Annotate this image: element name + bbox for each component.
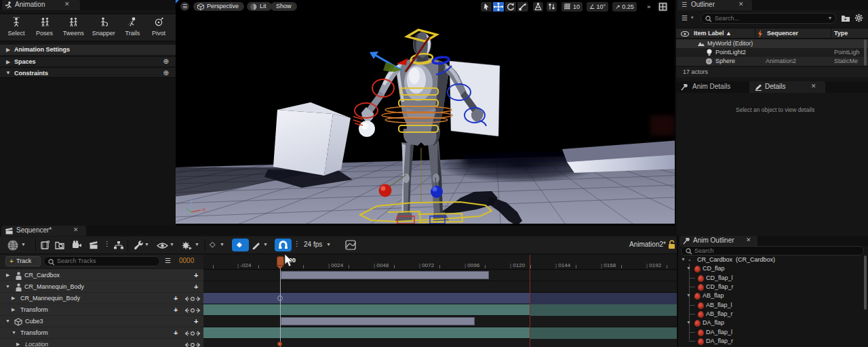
svg-text:Z: Z	[193, 196, 197, 202]
svg-text:X: X	[202, 207, 206, 213]
svg-text:+: +	[844, 17, 847, 22]
